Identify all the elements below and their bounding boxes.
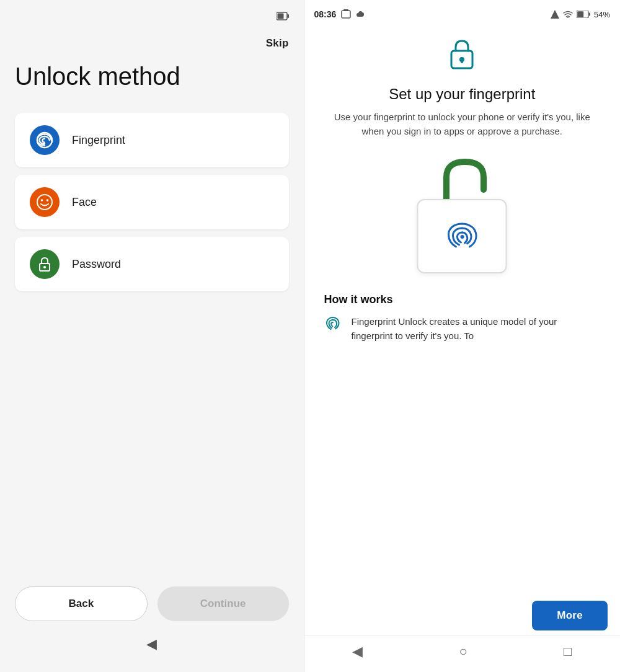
password-icon — [32, 252, 57, 276]
fingerprint-icon-circle — [30, 125, 60, 155]
status-time: 08:36 — [314, 9, 337, 19]
status-right: 54% — [551, 10, 610, 19]
svg-point-4 — [37, 195, 52, 210]
cloud-icon — [356, 10, 368, 19]
signal-icon — [551, 10, 559, 19]
lock-icon — [447, 37, 477, 76]
more-button[interactable]: More — [532, 601, 608, 630]
right-bottom-bar: More ◀ ○ □ — [304, 593, 620, 672]
fingerprint-setup-desc: Use your fingerprint to unlock your phon… — [324, 110, 600, 138]
battery-icon — [277, 12, 289, 20]
nav-back-icon[interactable]: ◀ — [352, 643, 363, 660]
nav-home-icon[interactable]: ○ — [459, 643, 467, 660]
options-list: Fingerprint Face — [15, 113, 289, 291]
password-option[interactable]: Password — [15, 237, 289, 291]
right-content: Set up your fingerprint Use your fingerp… — [304, 25, 620, 672]
svg-rect-9 — [342, 11, 350, 18]
padlock-body — [417, 199, 507, 273]
more-btn-row: More — [304, 593, 620, 636]
face-icon-circle — [30, 187, 60, 217]
svg-rect-14 — [588, 13, 590, 16]
right-panel: 08:36 54% — [304, 0, 620, 672]
page-title: Unlock method — [15, 62, 289, 91]
fingerprint-scan-svg — [440, 214, 484, 258]
svg-rect-18 — [461, 60, 463, 63]
face-option[interactable]: Face — [15, 175, 289, 229]
how-item-text: Fingerprint Unlock creates a unique mode… — [352, 315, 600, 343]
svg-point-8 — [43, 266, 46, 268]
how-fingerprint-icon — [324, 315, 342, 332]
how-it-works-title: How it works — [324, 293, 600, 306]
skip-button[interactable]: Skip — [266, 37, 289, 50]
how-item: Fingerprint Unlock creates a unique mode… — [324, 315, 600, 343]
svg-rect-1 — [287, 14, 289, 18]
password-label: Password — [72, 258, 121, 271]
left-status-bar — [15, 0, 289, 30]
fingerprint-icon — [30, 118, 60, 162]
svg-rect-2 — [277, 14, 283, 19]
svg-point-6 — [46, 199, 49, 201]
left-bottom: Back Continue ◀ — [0, 572, 304, 672]
system-back-icon[interactable]: ◀ — [146, 636, 157, 652]
continue-button: Continue — [157, 586, 289, 621]
left-panel: Skip Unlock method Fingerprint — [0, 0, 304, 672]
svg-marker-11 — [551, 10, 559, 19]
how-it-works-section: How it works Fingerprint Unlock creates … — [324, 293, 600, 348]
battery-percent: 54% — [594, 10, 610, 19]
wifi-icon — [563, 11, 573, 18]
svg-rect-15 — [577, 11, 583, 17]
nav-recents-icon[interactable]: □ — [564, 643, 572, 660]
battery-icon-right — [577, 11, 590, 18]
svg-point-19 — [460, 235, 464, 239]
svg-point-12 — [567, 17, 569, 18]
password-icon-circle — [30, 249, 60, 279]
fingerprint-setup-title: Set up your fingerprint — [389, 86, 535, 103]
fingerprint-label: Fingerprint — [72, 134, 125, 147]
back-button[interactable]: Back — [15, 586, 148, 621]
svg-point-5 — [41, 199, 43, 201]
fingerprint-option[interactable]: Fingerprint — [15, 113, 289, 167]
bottom-buttons: Back Continue — [15, 586, 289, 621]
right-status-bar: 08:36 54% — [304, 0, 620, 25]
face-icon — [32, 190, 57, 214]
face-label: Face — [72, 196, 97, 209]
skip-row: Skip — [15, 30, 289, 55]
status-left: 08:36 — [314, 9, 369, 19]
screenshot-icon — [341, 9, 351, 19]
navigation-bar: ◀ ○ □ — [304, 636, 620, 672]
unlock-illustration — [406, 156, 518, 273]
svg-rect-10 — [343, 9, 348, 11]
